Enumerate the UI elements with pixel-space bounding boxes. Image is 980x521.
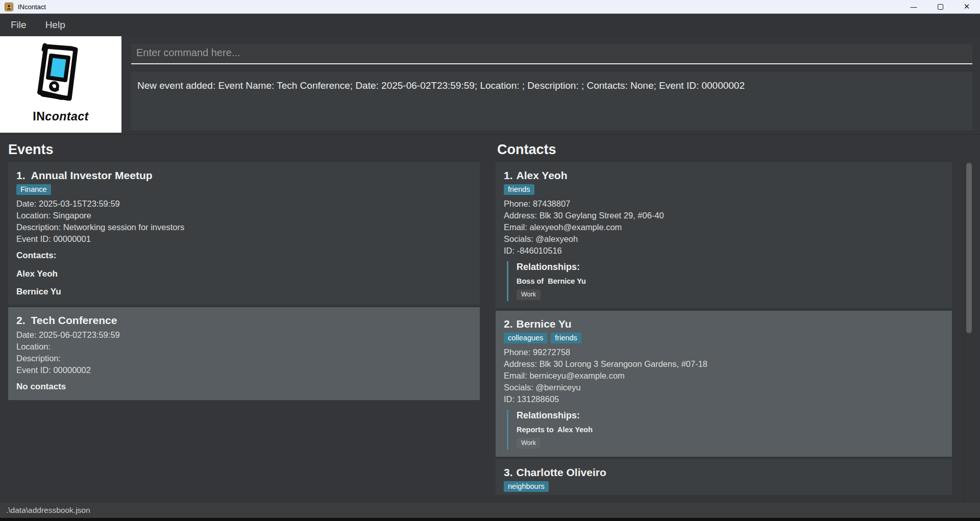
event-contact-name: Alex Yeoh [16,268,472,280]
contact-address: Address: Blk 30 Geylang Street 29, #06-4… [504,210,944,221]
events-header: Events [8,142,489,158]
contact-tag: colleagues [504,333,547,343]
contacts-panel: Contacts 1.Alex YeohfriendsPhone: 874388… [489,135,980,502]
event-date: Date: 2025-06-02T23:59:59 [16,329,472,341]
contact-socials: Socials: @berniceyu [504,382,944,393]
contact-card[interactable]: 2.Bernice YucolleaguesfriendsPhone: 9927… [496,311,952,457]
event-card[interactable]: 2.Tech ConferenceDate: 2025-06-02T23:59:… [8,307,480,400]
relationships-header: Relationships: [517,410,944,421]
contacts-header: Contacts [497,142,980,158]
event-title: 2.Tech Conference [16,314,472,327]
contact-phone: Phone: 99272758 [504,346,944,358]
event-name: Tech Conference [31,314,117,326]
contact-name-text: Bernice Yu [517,318,572,330]
relationship-tag: Work [517,438,541,449]
contact-title: 3.Charlotte Oliveiro [504,466,944,479]
contact-card[interactable]: 1.Alex YeohfriendsPhone: 87438807Address… [496,162,952,308]
menu-file[interactable]: File [11,19,27,31]
event-id: Event ID: 00000001 [16,233,472,245]
contact-tags: neighbours [504,481,944,492]
event-location: Location: [16,341,472,353]
contact-address: Address: Blk 30 Lorong 3 Serangoon Garde… [504,358,944,370]
event-card[interactable]: 1.Annual Investor MeetupFinanceDate: 202… [8,162,480,305]
relationships-block: Relationships:Boss of Bernice YuWork [507,261,944,301]
relationships-header: Relationships: [517,262,944,272]
contacts-scrollbar[interactable] [965,161,972,502]
contact-index: 3. [504,466,513,478]
contact-phone: Phone: 87438807 [504,198,944,210]
contact-index: 1. [504,169,513,181]
contact-tag: friends [504,184,534,195]
event-id: Event ID: 00000002 [16,364,472,376]
contact-index: 2. [504,318,513,330]
event-description: Description: [16,353,472,364]
contact-tag: friends [551,333,581,343]
event-contacts-heading: Contacts: [16,250,472,262]
main-area: Events 1.Annual Investor MeetupFinanceDa… [0,134,980,502]
contact-tags: friends [504,184,944,195]
relationship-tag-row: Work [517,285,944,300]
event-index: 1. [16,169,26,181]
contact-tag: neighbours [504,481,549,492]
contact-tags: colleaguesfriends [504,333,944,343]
event-tags: Finance [16,184,472,195]
contact-name-text: Charlotte Oliveiro [517,466,606,478]
window-title: INcontact [18,3,46,11]
contact-title: 1.Alex Yeoh [504,169,944,182]
menu-bar: File Help [0,14,980,36]
contact-card[interactable]: 3.Charlotte OliveironeighboursPhone: 932… [496,459,952,495]
menu-help[interactable]: Help [45,19,65,31]
events-list[interactable]: 1.Annual Investor MeetupFinanceDate: 202… [8,162,480,495]
data-file-path: .\data\addressbook.json [6,506,90,515]
logo-wordmark: INcontact [33,110,88,123]
event-contact-name: Bernice Yu [16,286,472,297]
result-display[interactable]: New event added: Event Name: Tech Confer… [131,72,972,130]
contacts-list[interactable]: 1.Alex YeohfriendsPhone: 87438807Address… [496,162,952,495]
relationship-tag-row: Work [517,434,944,449]
contact-name-text: Alex Yeoh [517,169,568,181]
contact-id: ID: -846010516 [504,245,944,257]
relationship-text: Reports to Alex Yeoh [517,426,944,434]
event-name: Annual Investor Meetup [31,169,153,181]
event-title: 1.Annual Investor Meetup [16,169,472,182]
window-bottom-edge [0,518,980,521]
status-bar: .\data\addressbook.json [0,502,980,518]
command-input[interactable] [131,44,972,64]
event-tag: Finance [16,184,51,195]
relationship-text: Boss of Bernice Yu [517,277,944,285]
event-index: 2. [16,314,26,326]
contact-id: ID: 131288605 [504,393,944,405]
events-panel: Events 1.Annual Investor MeetupFinanceDa… [0,135,489,502]
relationship-tag: Work [517,289,541,300]
event-contacts-heading: No contacts [16,381,472,393]
contact-email: Email: berniceyu@example.com [504,370,944,382]
event-location: Location: Singapore [16,210,472,221]
phone-logo-icon [22,40,99,111]
title-bar: INcontact — ✕ [0,0,980,14]
contacts-scrollbar-thumb[interactable] [966,163,972,333]
contact-title: 2.Bernice Yu [504,318,944,330]
event-date: Date: 2025-03-15T23:59:59 [16,198,472,210]
minimize-button[interactable]: — [900,0,927,13]
app-logo: INcontact [0,36,121,133]
contact-socials: Socials: @alexyeoh [504,233,944,245]
event-description: Description: Networking session for inve… [16,221,472,233]
relationships-block: Relationships:Reports to Alex YeohWork [507,410,944,450]
top-section: INcontact New event added: Event Name: T… [0,36,980,134]
result-text: New event added: Event Name: Tech Confer… [137,80,745,91]
maximize-icon [938,4,943,10]
app-icon [5,3,13,11]
contact-email: Email: alexyeoh@example.com [504,221,944,233]
close-button[interactable]: ✕ [953,0,980,13]
maximize-button[interactable] [927,0,953,13]
